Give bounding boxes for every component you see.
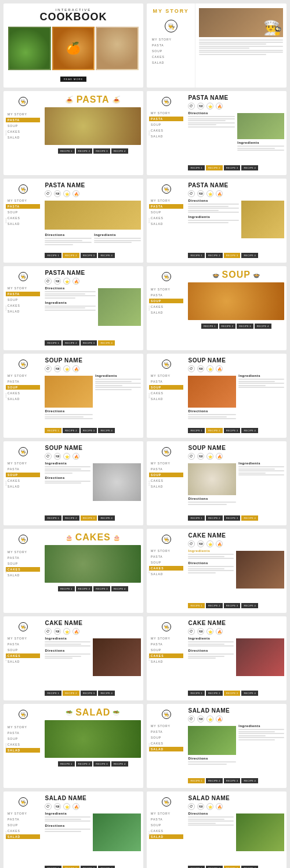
nav-sn4-soup[interactable]: SOUP (149, 473, 183, 477)
cn3-r2[interactable]: RECIPE 2 (206, 691, 223, 696)
nav-cn1-pasta[interactable]: PASTA (149, 554, 183, 559)
recipe2-btn[interactable]: RECIPE 2 (76, 148, 93, 154)
pn1-r4[interactable]: RECIPE 4 (241, 165, 258, 170)
nav-salad-ms[interactable]: MY STORY (6, 725, 40, 729)
nav-saln2-pasta[interactable]: PASTA (6, 817, 40, 822)
sn3-r2[interactable]: RECIPE 2 (63, 515, 79, 521)
nav-pasta-soup[interactable]: SOUP (6, 124, 40, 128)
nav-cn3-ms[interactable]: MY STORY (149, 636, 183, 641)
pn2-r1[interactable]: RECIPE 1 (45, 253, 61, 258)
nav-pn1-mystory[interactable]: MY STORY (149, 111, 183, 115)
nav-sn2-pasta[interactable]: PASTA (149, 379, 183, 384)
pn1-r3[interactable]: RECIPE 3 (224, 165, 241, 170)
nav-pn3-cakes[interactable]: CAKES (149, 216, 183, 220)
pn4-r1[interactable]: RECIPE 1 (45, 340, 61, 346)
salad-r4[interactable]: RECIPE 4 (111, 761, 128, 767)
nav-cn1-salad[interactable]: SALAD (149, 572, 183, 576)
nav-salad[interactable]: SALAD (150, 60, 191, 65)
nav-sn1-pasta[interactable]: PASTA (6, 379, 40, 384)
saln1-r4[interactable]: RECIPE 4 (241, 778, 258, 783)
cn2-r3[interactable]: RECIPE 3 (81, 691, 97, 696)
nav-saln2-salad[interactable]: SALAD (6, 834, 40, 839)
nav-sn2-salad[interactable]: SALAD (149, 397, 183, 401)
nav-sn3-cakes[interactable]: CAKES (6, 478, 40, 483)
cakes-r1[interactable]: RECIPE 1 (58, 586, 75, 591)
nav-pn3-ms[interactable]: MY STORY (149, 198, 183, 203)
nav-pn2-cakes[interactable]: CAKES (6, 216, 40, 220)
nav-cn1-cakes[interactable]: CAKES (149, 566, 183, 571)
nav-sn3-ms[interactable]: MY STORY (6, 461, 40, 466)
nav-salad-pasta[interactable]: PASTA (6, 731, 40, 735)
recipe1-btn[interactable]: RECIPE 1 (58, 148, 75, 154)
sn2-r2[interactable]: RECIPE 2 (206, 428, 223, 433)
nav-pasta[interactable]: PASTA (150, 43, 191, 48)
nav-pn1-salad[interactable]: SALAD (149, 134, 183, 139)
sn2-r3[interactable]: RECIPE 3 (224, 428, 241, 433)
nav-soup[interactable]: SOUP (150, 49, 191, 53)
nav-cn2-soup[interactable]: SOUP (6, 648, 40, 652)
cn2-r2[interactable]: RECIPE 2 (63, 691, 79, 696)
nav-pasta-pasta[interactable]: PASTA (6, 118, 40, 122)
nav-cn2-pasta[interactable]: PASTA (6, 642, 40, 647)
cakes-r3[interactable]: RECIPE 3 (93, 586, 110, 591)
saln1-r1[interactable]: RECIPE 1 (188, 778, 205, 783)
nav-my-story[interactable]: MY STORY (150, 37, 191, 42)
cn1-r1[interactable]: RECIPE 1 (188, 603, 205, 608)
sn1-r4[interactable]: RECIPE 4 (98, 428, 115, 433)
nav-saln3-ms[interactable]: MY STORY (149, 811, 183, 816)
sn2-r4[interactable]: RECIPE 4 (241, 428, 258, 433)
nav-pn1-cakes[interactable]: CAKES (149, 128, 183, 133)
cn3-r3[interactable]: RECIPE 3 (224, 691, 241, 696)
nav-cn2-cakes[interactable]: CAKES (6, 653, 40, 658)
sn3-r1[interactable]: RECIPE 1 (45, 515, 61, 521)
nav-soup-ms[interactable]: MY STORY (149, 287, 183, 292)
nav-cakes-soup[interactable]: SOUP (6, 561, 40, 566)
pn4-r2[interactable]: RECIPE 2 (63, 340, 79, 346)
read-more-button[interactable]: READ MORE (60, 77, 86, 82)
nav-saln3-cakes[interactable]: CAKES (149, 829, 183, 833)
pn3-r1[interactable]: RECIPE 1 (188, 253, 205, 258)
recipe3-btn[interactable]: RECIPE 3 (93, 148, 110, 154)
nav-cakes-pasta[interactable]: PASTA (6, 555, 40, 560)
nav-pasta-cakes[interactable]: CAKES (6, 129, 40, 134)
nav-saln2-ms[interactable]: MY STORY (6, 811, 40, 816)
nav-salad-soup[interactable]: SOUP (6, 736, 40, 741)
nav-pn3-salad[interactable]: SALAD (149, 221, 183, 226)
nav-sn2-soup[interactable]: SOUP (149, 385, 183, 390)
nav-cn3-pasta[interactable]: PASTA (149, 642, 183, 647)
pn4-r4[interactable]: RECIPE 4 (98, 340, 115, 346)
nav-saln2-cakes[interactable]: CAKES (6, 829, 40, 833)
pn1-r1[interactable]: RECIPE 1 (188, 165, 205, 170)
nav-saln3-salad[interactable]: SALAD (149, 834, 183, 839)
nav-pn3-soup[interactable]: SOUP (149, 210, 183, 215)
cn3-r4[interactable]: RECIPE 4 (241, 691, 258, 696)
nav-salad-cakes[interactable]: CAKES (6, 742, 40, 747)
nav-pn4-pasta[interactable]: PASTA (6, 292, 40, 296)
nav-sn1-cakes[interactable]: CAKES (6, 391, 40, 395)
nav-pn2-pasta[interactable]: PASTA (6, 204, 40, 209)
nav-sn4-pasta[interactable]: PASTA (149, 467, 183, 471)
nav-sn4-ms[interactable]: MY STORY (149, 461, 183, 466)
nav-saln1-salad[interactable]: SALAD (149, 747, 183, 751)
nav-pn4-ms[interactable]: MY STORY (6, 286, 40, 290)
nav-cn1-ms[interactable]: MY STORY (149, 549, 183, 553)
saln2-r2[interactable]: RECIPE 2 (63, 866, 79, 868)
nav-pn2-ms[interactable]: MY STORY (6, 198, 40, 203)
recipe4-btn[interactable]: RECIPE 4 (111, 148, 128, 154)
pn3-r4[interactable]: RECIPE 4 (241, 253, 258, 258)
cn1-r3[interactable]: RECIPE 3 (224, 603, 241, 608)
cn3-r1[interactable]: RECIPE 1 (188, 691, 205, 696)
nav-pasta-salad[interactable]: SALAD (6, 135, 40, 140)
nav-sn3-soup[interactable]: SOUP (6, 473, 40, 477)
soup-r3[interactable]: RECIPE 3 (237, 324, 253, 329)
salad-r2[interactable]: RECIPE 2 (76, 761, 93, 767)
nav-pn1-pasta[interactable]: PASTA (149, 117, 183, 121)
sn4-r2[interactable]: RECIPE 2 (206, 515, 223, 521)
saln3-r4[interactable]: RECIPE 4 (241, 866, 258, 868)
nav-saln2-soup[interactable]: SOUP (6, 823, 40, 827)
nav-pn1-soup[interactable]: SOUP (149, 122, 183, 127)
pn4-r3[interactable]: RECIPE 3 (81, 340, 97, 346)
nav-cn2-salad[interactable]: SALAD (6, 659, 40, 664)
nav-cn2-ms[interactable]: MY STORY (6, 636, 40, 641)
nav-cakes-ms[interactable]: MY STORY (6, 550, 40, 554)
